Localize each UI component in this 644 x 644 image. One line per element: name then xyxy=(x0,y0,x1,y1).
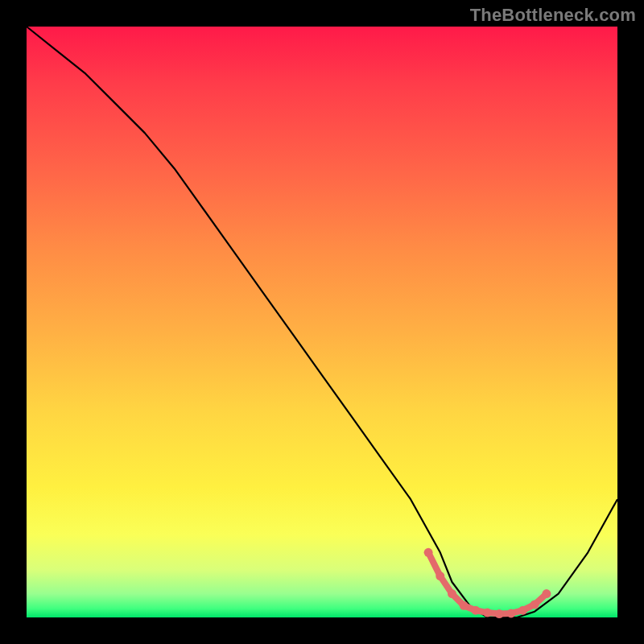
svg-point-6 xyxy=(495,609,504,618)
svg-point-2 xyxy=(448,589,456,598)
plot-area xyxy=(27,27,617,617)
svg-point-0 xyxy=(424,548,433,557)
svg-point-8 xyxy=(518,606,527,615)
svg-point-10 xyxy=(542,589,551,598)
bottleneck-curve xyxy=(27,27,617,617)
chart-frame: TheBottleneck.com xyxy=(0,0,644,644)
curve-layer xyxy=(27,27,617,617)
svg-point-3 xyxy=(460,601,469,610)
svg-point-4 xyxy=(471,606,480,615)
svg-point-9 xyxy=(530,600,539,609)
svg-point-1 xyxy=(436,572,444,580)
watermark-text: TheBottleneck.com xyxy=(470,5,636,26)
svg-point-5 xyxy=(483,609,492,617)
svg-point-7 xyxy=(506,609,515,617)
